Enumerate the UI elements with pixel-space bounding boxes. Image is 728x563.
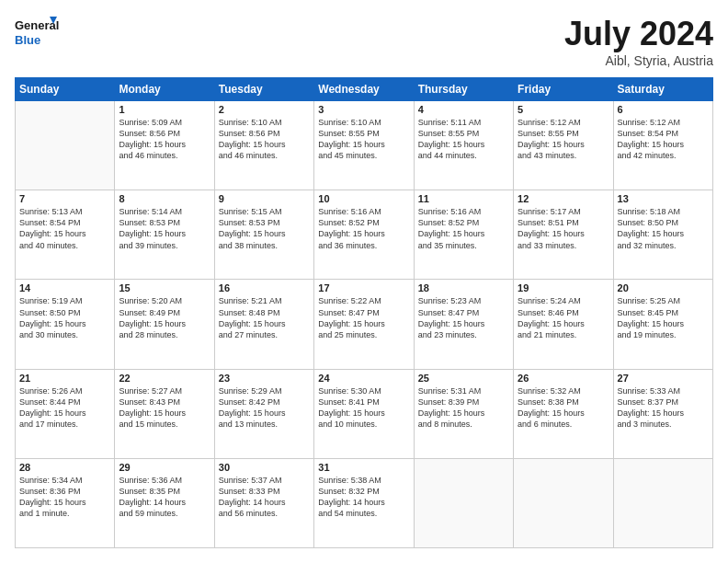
day-number: 2 [219,104,310,115]
day-number: 10 [318,193,409,204]
day-number: 18 [418,282,509,293]
cell-info: Sunrise: 5:10 AM Sunset: 8:55 PM Dayligh… [318,117,409,162]
cell-info: Sunrise: 5:27 AM Sunset: 8:43 PM Dayligh… [119,385,210,431]
calendar-header-thursday: Thursday [414,78,513,101]
day-number: 6 [618,104,709,115]
cell-info: Sunrise: 5:18 AM Sunset: 8:50 PM Dayligh… [618,206,709,251]
calendar-cell: 1Sunrise: 5:09 AM Sunset: 8:56 PM Daylig… [115,101,214,190]
cell-info: Sunrise: 5:19 AM Sunset: 8:50 PM Dayligh… [19,295,110,340]
calendar-cell: 8Sunrise: 5:14 AM Sunset: 8:53 PM Daylig… [115,190,214,280]
calendar-cell: 17Sunrise: 5:22 AM Sunset: 8:47 PM Dayli… [314,280,414,369]
cell-info: Sunrise: 5:31 AM Sunset: 8:39 PM Dayligh… [418,385,509,431]
week-row-3: 14Sunrise: 5:19 AM Sunset: 8:50 PM Dayli… [16,280,713,369]
cell-info: Sunrise: 5:21 AM Sunset: 8:48 PM Dayligh… [219,295,310,340]
cell-info: Sunrise: 5:38 AM Sunset: 8:32 PM Dayligh… [318,475,409,520]
calendar-header-sunday: Sunday [16,78,115,101]
calendar-cell: 18Sunrise: 5:23 AM Sunset: 8:47 PM Dayli… [414,280,513,369]
calendar-header-tuesday: Tuesday [214,78,313,101]
cell-info: Sunrise: 5:26 AM Sunset: 8:44 PM Dayligh… [19,385,110,431]
cell-info: Sunrise: 5:22 AM Sunset: 8:47 PM Dayligh… [318,295,409,340]
calendar-cell: 23Sunrise: 5:29 AM Sunset: 8:42 PM Dayli… [214,369,313,458]
calendar-cell: 16Sunrise: 5:21 AM Sunset: 8:48 PM Dayli… [214,280,313,369]
cell-info: Sunrise: 5:23 AM Sunset: 8:47 PM Dayligh… [418,295,509,340]
day-number: 14 [19,282,110,293]
svg-text:Blue: Blue [15,33,40,47]
calendar-cell [613,458,712,547]
calendar-cell: 6Sunrise: 5:12 AM Sunset: 8:54 PM Daylig… [613,101,712,190]
cell-info: Sunrise: 5:12 AM Sunset: 8:55 PM Dayligh… [518,117,609,162]
day-number: 4 [418,104,509,115]
calendar-cell: 26Sunrise: 5:32 AM Sunset: 8:38 PM Dayli… [514,369,613,458]
cell-info: Sunrise: 5:30 AM Sunset: 8:41 PM Dayligh… [318,385,409,431]
day-number: 22 [119,373,210,384]
cell-info: Sunrise: 5:33 AM Sunset: 8:37 PM Dayligh… [618,385,709,431]
calendar-cell: 27Sunrise: 5:33 AM Sunset: 8:37 PM Dayli… [613,369,712,458]
day-number: 28 [19,462,110,473]
cell-info: Sunrise: 5:16 AM Sunset: 8:52 PM Dayligh… [318,206,409,251]
calendar-cell: 11Sunrise: 5:16 AM Sunset: 8:52 PM Dayli… [414,190,513,280]
calendar-cell [514,458,613,547]
calendar-cell: 2Sunrise: 5:10 AM Sunset: 8:56 PM Daylig… [214,101,313,190]
week-row-4: 21Sunrise: 5:26 AM Sunset: 8:44 PM Dayli… [16,369,713,458]
subtitle: Aibl, Styria, Austria [564,53,713,68]
day-number: 1 [119,104,210,115]
calendar-cell: 15Sunrise: 5:20 AM Sunset: 8:49 PM Dayli… [115,280,214,369]
cell-info: Sunrise: 5:36 AM Sunset: 8:35 PM Dayligh… [119,475,210,520]
cell-info: Sunrise: 5:11 AM Sunset: 8:55 PM Dayligh… [418,117,509,162]
day-number: 5 [518,104,609,115]
day-number: 19 [518,282,609,293]
calendar-cell: 13Sunrise: 5:18 AM Sunset: 8:50 PM Dayli… [613,190,712,280]
calendar-cell: 5Sunrise: 5:12 AM Sunset: 8:55 PM Daylig… [514,101,613,190]
day-number: 12 [518,193,609,204]
calendar-cell [16,101,115,190]
calendar-cell: 12Sunrise: 5:17 AM Sunset: 8:51 PM Dayli… [514,190,613,280]
day-number: 30 [219,462,310,473]
calendar-cell: 30Sunrise: 5:37 AM Sunset: 8:33 PM Dayli… [214,458,313,547]
calendar-cell: 29Sunrise: 5:36 AM Sunset: 8:35 PM Dayli… [115,458,214,547]
day-number: 17 [318,282,409,293]
day-number: 15 [119,282,210,293]
cell-info: Sunrise: 5:37 AM Sunset: 8:33 PM Dayligh… [219,475,310,520]
day-number: 20 [618,282,709,293]
day-number: 8 [119,193,210,204]
day-number: 21 [19,373,110,384]
week-row-2: 7Sunrise: 5:13 AM Sunset: 8:54 PM Daylig… [16,190,713,280]
month-title: July 2024 [564,15,713,53]
day-number: 23 [219,373,310,384]
day-number: 27 [618,373,709,384]
calendar-cell [414,458,513,547]
calendar-cell: 14Sunrise: 5:19 AM Sunset: 8:50 PM Dayli… [16,280,115,369]
page: General Blue July 2024 Aibl, Styria, Aus… [0,0,728,563]
cell-info: Sunrise: 5:25 AM Sunset: 8:45 PM Dayligh… [618,295,709,340]
calendar-cell: 21Sunrise: 5:26 AM Sunset: 8:44 PM Dayli… [16,369,115,458]
calendar-header-wednesday: Wednesday [314,78,414,101]
cell-info: Sunrise: 5:12 AM Sunset: 8:54 PM Dayligh… [618,117,709,162]
day-number: 11 [418,193,509,204]
calendar-cell: 20Sunrise: 5:25 AM Sunset: 8:45 PM Dayli… [613,280,712,369]
cell-info: Sunrise: 5:20 AM Sunset: 8:49 PM Dayligh… [119,295,210,340]
header: General Blue July 2024 Aibl, Styria, Aus… [15,15,713,68]
cell-info: Sunrise: 5:17 AM Sunset: 8:51 PM Dayligh… [518,206,609,251]
cell-info: Sunrise: 5:14 AM Sunset: 8:53 PM Dayligh… [119,206,210,251]
day-number: 3 [318,104,409,115]
logo: General Blue [15,15,61,52]
day-number: 9 [219,193,310,204]
calendar-cell: 3Sunrise: 5:10 AM Sunset: 8:55 PM Daylig… [314,101,414,190]
day-number: 16 [219,282,310,293]
calendar-body: 1Sunrise: 5:09 AM Sunset: 8:56 PM Daylig… [16,101,713,548]
week-row-5: 28Sunrise: 5:34 AM Sunset: 8:36 PM Dayli… [16,458,713,547]
calendar-header-saturday: Saturday [613,78,712,101]
calendar-cell: 9Sunrise: 5:15 AM Sunset: 8:53 PM Daylig… [214,190,313,280]
logo-svg: General Blue [15,15,61,52]
cell-info: Sunrise: 5:29 AM Sunset: 8:42 PM Dayligh… [219,385,310,431]
cell-info: Sunrise: 5:16 AM Sunset: 8:52 PM Dayligh… [418,206,509,251]
cell-info: Sunrise: 5:09 AM Sunset: 8:56 PM Dayligh… [119,117,210,162]
calendar-cell: 25Sunrise: 5:31 AM Sunset: 8:39 PM Dayli… [414,369,513,458]
cell-info: Sunrise: 5:15 AM Sunset: 8:53 PM Dayligh… [219,206,310,251]
calendar-cell: 22Sunrise: 5:27 AM Sunset: 8:43 PM Dayli… [115,369,214,458]
day-number: 25 [418,373,509,384]
day-number: 31 [318,462,409,473]
calendar-table: SundayMondayTuesdayWednesdayThursdayFrid… [15,77,713,548]
cell-info: Sunrise: 5:10 AM Sunset: 8:56 PM Dayligh… [219,117,310,162]
cell-info: Sunrise: 5:13 AM Sunset: 8:54 PM Dayligh… [19,206,110,251]
